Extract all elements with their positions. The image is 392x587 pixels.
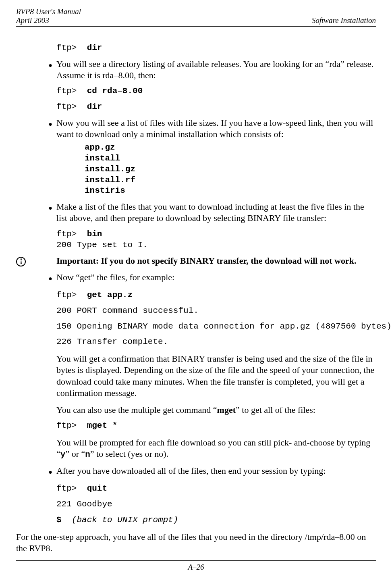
ftp-line-bin: ftp> bin 200 Type set to I.	[56, 229, 376, 251]
ftp-line-dir2: ftp> dir	[56, 102, 376, 112]
file-list: app.gz install install.gz install.rf ins…	[85, 142, 376, 196]
ftp-line-quit: ftp> quit	[56, 483, 376, 494]
ftp-line-dir1: ftp> dir	[56, 43, 376, 54]
ftp-prompt: ftp>	[56, 86, 77, 96]
bullet-item-1: You will see a directory listing of avai…	[44, 58, 376, 81]
bullet-icon	[44, 272, 56, 285]
page-number: A–26	[16, 563, 376, 572]
resp-transfer: 226 Transfer complete.	[56, 337, 376, 348]
ftp-prompt: ftp>	[56, 421, 77, 430]
bullet-icon	[44, 465, 56, 479]
resp-goodbye: 221 Goodbye	[56, 499, 376, 510]
para-onestep: For the one-step approach, you have all …	[16, 531, 376, 554]
header-section: Software Installation	[312, 16, 376, 25]
resp-bin: 200 Type set to I.	[56, 240, 148, 250]
n-key: n	[85, 450, 90, 459]
bullet-text-4: Now “get” the files, for example:	[56, 272, 376, 283]
cmd-cd: cd rda–8.00	[87, 86, 143, 96]
header-left: RVP8 User's Manual April 2003	[16, 7, 81, 25]
para-confirm: You will get a confirmation that BINARY …	[56, 353, 376, 399]
ftp-line-get: ftp> get app.z	[56, 290, 376, 301]
bullet-item-2: Now you will see a list of files with fi…	[44, 117, 376, 140]
bullet-icon	[44, 201, 56, 214]
para-prompt-mid: ” or “	[65, 449, 85, 459]
bullet-text-1: You will see a directory listing of avai…	[56, 58, 376, 81]
bullet-item-4: Now “get” the files, for example:	[44, 272, 376, 285]
ftp-prompt: ftp>	[56, 102, 77, 111]
bullet-text-3: Make a list of the files that you want t…	[56, 201, 376, 224]
important-text: Important: If you do not specify BINARY …	[56, 255, 376, 266]
bullet-text-2: Now you will see a list of files with fi…	[56, 117, 376, 140]
cmd-get: get app.z	[87, 290, 133, 300]
resp-port: 200 PORT command successful.	[56, 306, 376, 316]
file-item: install.rf	[85, 175, 376, 186]
back-to-prompt: $ (back to UNIX prompt)	[56, 515, 376, 526]
bullet-icon	[44, 117, 56, 131]
file-item: install.gz	[85, 164, 376, 175]
ftp-prompt: ftp>	[56, 484, 77, 493]
doc-title: RVP8 User's Manual	[16, 7, 81, 16]
para-prompt-post: ” to select (yes or no).	[90, 449, 168, 459]
para-mget-post: ” to get all of the files:	[236, 405, 315, 415]
ftp-line-cd: ftp> cd rda–8.00	[56, 86, 376, 97]
file-item: instiris	[85, 185, 376, 196]
footer-divider	[16, 560, 376, 561]
cmd-quit: quit	[87, 484, 107, 493]
header-divider	[16, 26, 376, 27]
file-item: app.gz	[85, 142, 376, 153]
bullet-icon	[44, 58, 56, 72]
ftp-line-mget: ftp> mget *	[56, 420, 376, 431]
dollar-prompt: $	[56, 515, 62, 525]
doc-date: April 2003	[16, 16, 81, 25]
cmd-bin: bin	[87, 229, 102, 239]
para-mget-pre: You can also use the multiple get comman…	[56, 405, 217, 415]
page-footer: A–26	[16, 560, 376, 572]
important-note: ! Important: If you do not specify BINAR…	[16, 255, 376, 266]
content-body: ftp> dir You will see a directory listin…	[16, 43, 376, 554]
bullet-item-3: Make a list of the files that you want t…	[44, 201, 376, 224]
cmd-mget: mget *	[87, 421, 118, 430]
para-prompt: You will be prompted for each file downl…	[56, 437, 376, 460]
ftp-prompt: ftp>	[56, 43, 77, 52]
bullet-item-5: After you have downloaded all of the fil…	[44, 465, 376, 479]
back-prompt-text: (back to UNIX prompt)	[72, 515, 178, 525]
cmd-dir: dir	[87, 43, 102, 52]
para-mget: You can also use the multiple get comman…	[56, 404, 376, 416]
ftp-prompt: ftp>	[56, 229, 77, 239]
page-header: RVP8 User's Manual April 2003 Software I…	[16, 7, 376, 26]
file-item: install	[85, 153, 376, 164]
bullet-text-5: After you have downloaded all of the fil…	[56, 465, 376, 477]
y-key: y	[60, 450, 66, 459]
cmd-dir: dir	[87, 102, 102, 111]
resp-open: 150 Opening BINARY mode data connection …	[56, 321, 376, 332]
mget-word: mget	[217, 405, 236, 415]
ftp-prompt: ftp>	[56, 290, 77, 300]
alert-icon: !	[16, 257, 26, 266]
